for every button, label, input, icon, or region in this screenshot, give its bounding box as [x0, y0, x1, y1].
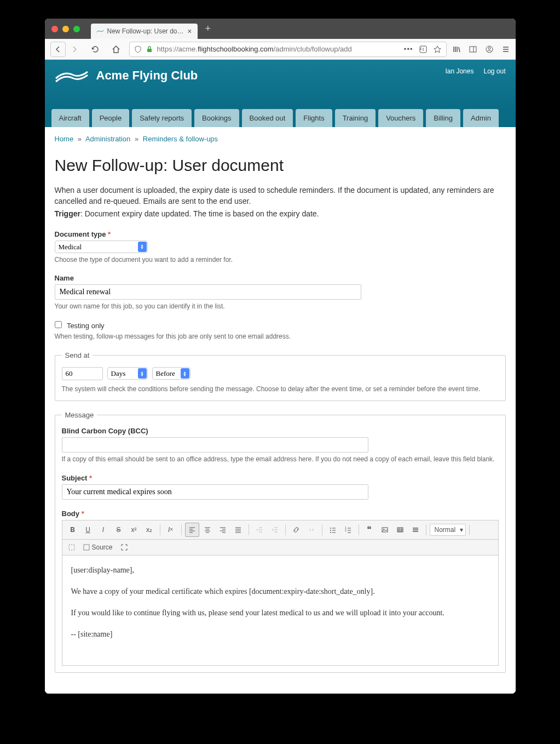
testing-checkbox-label[interactable]: Testing only: [55, 322, 105, 330]
subject-input[interactable]: [62, 484, 368, 500]
doc-type-select[interactable]: Medical: [55, 241, 148, 253]
logout-link[interactable]: Log out: [483, 67, 505, 75]
hr-button[interactable]: [408, 523, 423, 537]
tab-title: New Follow-up: User document: [107, 27, 184, 35]
svg-point-7: [330, 530, 331, 531]
nav-tab-safety[interactable]: Safety reports: [132, 109, 192, 127]
svg-point-6: [330, 528, 331, 529]
home-button[interactable]: [108, 42, 124, 57]
svg-point-5: [488, 47, 490, 49]
nav-tab-admin[interactable]: Admin: [463, 109, 499, 127]
send-at-help: The system will check the conditions bef…: [62, 385, 499, 394]
send-at-unit-select[interactable]: Days: [107, 367, 148, 380]
unlink-button[interactable]: [304, 523, 319, 537]
name-label: Name: [55, 274, 506, 282]
nav-tab-billing[interactable]: Billing: [426, 109, 460, 127]
forward-button[interactable]: [67, 42, 82, 57]
subject-label: Subject *: [62, 474, 499, 482]
bcc-label: Blind Carbon Copy (BCC): [62, 427, 499, 435]
window-titlebar: New Follow-up: User document × +: [45, 19, 516, 39]
url-text: https://acme.flightschoolbooking.com/adm…: [157, 45, 352, 53]
testing-help: When testing, follow-up messages for thi…: [55, 332, 506, 341]
align-left-button[interactable]: [185, 523, 199, 537]
italic-button[interactable]: I: [96, 523, 111, 537]
breadcrumb-reminders[interactable]: Reminders & follow-ups: [143, 135, 218, 143]
nav-tab-bookedout[interactable]: Booked out: [242, 109, 293, 127]
bold-button[interactable]: B: [66, 523, 80, 537]
blockquote-button[interactable]: ❝: [362, 523, 377, 537]
bookmark-icon[interactable]: [433, 45, 442, 54]
send-at-when-select[interactable]: Before: [152, 367, 190, 380]
align-right-button[interactable]: [216, 523, 230, 537]
menu-icon[interactable]: [501, 45, 510, 54]
svg-point-8: [330, 532, 331, 533]
send-at-value-input[interactable]: [62, 367, 103, 380]
strike-button[interactable]: S: [112, 523, 126, 537]
underline-button[interactable]: U: [81, 523, 95, 537]
back-button[interactable]: [50, 42, 66, 57]
bcc-input[interactable]: [62, 437, 368, 453]
close-tab-icon[interactable]: ×: [187, 27, 192, 36]
subscript-button[interactable]: x₂: [142, 523, 157, 537]
align-justify-button[interactable]: [231, 523, 245, 537]
lock-icon: [146, 46, 153, 53]
format-dropdown[interactable]: Normal ▾: [430, 524, 466, 536]
outdent-button[interactable]: [252, 523, 267, 537]
message-fieldset: Message Blind Carbon Copy (BCC) If a cop…: [55, 411, 506, 673]
main-nav: Aircraft People Safety reports Bookings …: [45, 109, 516, 127]
editor-content[interactable]: [user:display-name], We have a copy of y…: [62, 556, 498, 665]
shield-icon: [134, 45, 142, 53]
sidebar-icon[interactable]: [469, 45, 477, 54]
intro-text: When a user document is uploaded, the ex…: [55, 185, 506, 207]
new-tab-button[interactable]: +: [205, 23, 211, 35]
reload-button[interactable]: [88, 42, 103, 57]
svg-rect-0: [147, 49, 152, 52]
svg-rect-13: [397, 528, 403, 532]
nav-tab-aircraft[interactable]: Aircraft: [51, 109, 89, 127]
image-button[interactable]: [378, 523, 392, 537]
nav-tab-people[interactable]: People: [92, 109, 129, 127]
nav-tab-vouchers[interactable]: Vouchers: [378, 109, 423, 127]
browser-tab[interactable]: New Follow-up: User document ×: [91, 24, 198, 39]
testing-checkbox[interactable]: [55, 321, 62, 328]
library-icon[interactable]: [452, 45, 461, 54]
user-link[interactable]: Ian Jones: [445, 67, 474, 75]
page-actions-icon[interactable]: •••: [404, 45, 413, 53]
maximize-button[interactable]: [118, 542, 130, 553]
send-at-legend: Send at: [62, 351, 93, 359]
link-button[interactable]: [289, 523, 303, 537]
indent-button[interactable]: [268, 523, 282, 537]
window-zoom-button[interactable]: [73, 26, 80, 32]
window-minimize-button[interactable]: [62, 26, 69, 32]
account-icon[interactable]: [485, 45, 494, 54]
align-center-button[interactable]: [200, 523, 215, 537]
page-title: New Follow-up: User document: [55, 156, 506, 175]
number-list-button[interactable]: 12: [341, 523, 355, 537]
source-button[interactable]: Source: [81, 542, 115, 553]
svg-rect-2: [470, 47, 476, 52]
show-blocks-button[interactable]: [66, 542, 78, 553]
doc-type-label: Document type *: [55, 230, 506, 238]
body-label: Body *: [62, 510, 499, 518]
bullet-list-button[interactable]: [326, 523, 340, 537]
rich-text-editor: B U I S x² x₂ I×: [62, 520, 499, 666]
message-legend: Message: [62, 411, 97, 419]
nav-tab-flights[interactable]: Flights: [296, 109, 332, 127]
browser-toolbar: https://acme.flightschoolbooking.com/adm…: [45, 39, 516, 60]
name-input[interactable]: [55, 284, 361, 300]
table-button[interactable]: [393, 523, 407, 537]
window-close-button[interactable]: [51, 26, 58, 32]
breadcrumb-admin[interactable]: Administration: [85, 135, 130, 143]
url-bar[interactable]: https://acme.flightschoolbooking.com/adm…: [129, 42, 447, 57]
nav-tab-training[interactable]: Training: [335, 109, 376, 127]
reader-icon[interactable]: [419, 45, 428, 54]
nav-tab-bookings[interactable]: Bookings: [194, 109, 239, 127]
send-at-fieldset: Send at Days ▲▼ Before ▲▼: [55, 351, 506, 401]
remove-format-button[interactable]: I×: [164, 523, 178, 537]
site-header: Acme Flying Club Ian Jones Log out: [45, 60, 516, 109]
name-help: Your own name for this job, so you can i…: [55, 302, 506, 311]
breadcrumb-home[interactable]: Home: [55, 135, 74, 143]
superscript-button[interactable]: x²: [127, 523, 141, 537]
svg-rect-14: [69, 545, 74, 550]
bcc-help: If a copy of this email should be sent t…: [62, 455, 499, 464]
